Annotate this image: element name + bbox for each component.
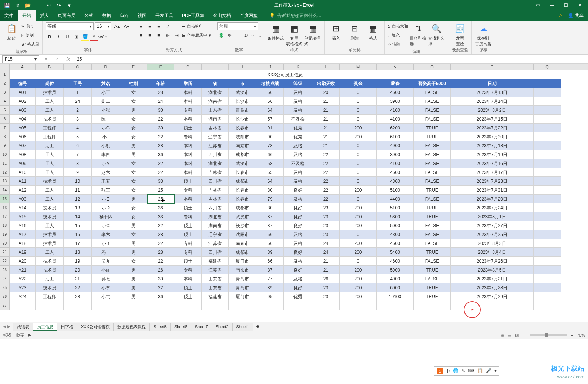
cell[interactable]: 21 — [312, 141, 340, 150]
cell[interactable]: 小李 — [92, 283, 120, 292]
cell[interactable]: 200 — [340, 239, 377, 248]
cell[interactable]: FALSE — [414, 106, 451, 115]
cell[interactable]: 长沙市 — [229, 115, 256, 124]
increase-decimal-icon[interactable]: .0→ — [244, 31, 252, 39]
share-button[interactable]: 👤 共享 — [568, 13, 584, 19]
cell[interactable] — [64, 301, 92, 310]
cell[interactable]: 5400 — [377, 248, 414, 257]
percent-icon[interactable]: % — [226, 31, 234, 39]
cell[interactable]: 男 — [120, 141, 147, 150]
cell[interactable]: 湖北省 — [202, 159, 229, 168]
cell[interactable]: 技术员 — [36, 239, 64, 248]
cell[interactable]: 小明 — [92, 141, 120, 150]
cell[interactable]: 工号 — [64, 79, 92, 88]
cell[interactable]: FALSE — [414, 195, 451, 203]
cell[interactable]: 武汉市 — [229, 88, 256, 97]
row-header[interactable]: 25 — [0, 283, 10, 292]
cell[interactable]: 本科 — [174, 150, 202, 159]
row-header[interactable]: 9 — [0, 141, 10, 150]
cell[interactable]: 4300 — [377, 230, 414, 239]
cell[interactable]: 福建省 — [202, 257, 229, 266]
cell[interactable]: 张三 — [92, 186, 120, 195]
cell[interactable] — [534, 88, 561, 97]
cell[interactable]: 15 — [64, 221, 92, 230]
cell[interactable] — [534, 230, 561, 239]
cell[interactable]: 技术员 — [36, 230, 64, 239]
cell[interactable]: 22 — [147, 221, 174, 230]
cell[interactable]: 6 — [64, 141, 92, 150]
cell[interactable]: A18 — [10, 239, 36, 248]
cell[interactable]: 1 — [64, 88, 92, 97]
cell[interactable]: 22 — [147, 239, 174, 248]
cell[interactable]: 2023年7月25日 — [451, 230, 534, 239]
delete-cells-button[interactable]: ⊟删除 — [346, 22, 363, 41]
cell[interactable]: 姓名 — [92, 79, 120, 88]
cell[interactable]: 2023年7月19日 — [451, 150, 534, 159]
sheet-nav-prev-icon[interactable]: ◀ — [3, 324, 6, 329]
cell[interactable]: 19 — [64, 257, 92, 266]
tab-百度网盘[interactable]: 百度网盘 — [235, 10, 262, 21]
cell[interactable]: 22 — [312, 168, 340, 177]
cell[interactable]: 23 — [312, 212, 340, 221]
fill-button[interactable]: ↓填充 — [388, 31, 408, 39]
cell[interactable]: 南京市 — [229, 239, 256, 248]
cell[interactable]: 30 — [147, 106, 174, 115]
cell[interactable]: 工程师 — [36, 132, 64, 141]
cell[interactable]: 江苏省 — [202, 239, 229, 248]
cell[interactable]: 2023年7月29日 — [451, 292, 534, 301]
cell[interactable]: 工人 — [36, 221, 64, 230]
decrease-decimal-icon[interactable]: ←.0 — [253, 31, 261, 39]
cell[interactable]: A10 — [10, 168, 36, 177]
cell[interactable]: 25 — [147, 186, 174, 195]
cell[interactable]: 成都市 — [229, 177, 256, 186]
merge-center-button[interactable]: ⊟合并后居中▾ — [182, 31, 211, 39]
cell[interactable]: FALSE — [414, 168, 451, 177]
cell[interactable]: 200 — [340, 212, 377, 221]
view-page-layout-icon[interactable]: ▤ — [508, 333, 511, 337]
cell[interactable]: 本科 — [174, 141, 202, 150]
cell[interactable]: 16 — [64, 230, 92, 239]
cell[interactable]: 良好 — [284, 248, 312, 257]
cell[interactable]: 24 — [312, 248, 340, 257]
cell[interactable]: 助工 — [36, 274, 64, 283]
cell[interactable]: 李六 — [92, 230, 120, 239]
cell[interactable]: 吉林省 — [202, 195, 229, 203]
cell[interactable]: 25 — [147, 195, 174, 203]
col-header[interactable]: J — [256, 64, 284, 70]
cell[interactable]: 4 — [64, 124, 92, 132]
cell[interactable]: 编号 — [10, 79, 36, 88]
cell[interactable]: 3900 — [377, 97, 414, 106]
cell[interactable]: 工人 — [36, 106, 64, 115]
cell[interactable]: 4900 — [377, 141, 414, 150]
cell[interactable]: 硕士 — [174, 124, 202, 132]
col-header[interactable]: P — [451, 64, 534, 70]
cell[interactable]: A16 — [10, 221, 36, 230]
sheet-tab[interactable]: XXX公司销售额 — [77, 323, 114, 331]
cell[interactable]: 23 — [312, 221, 340, 230]
cell[interactable]: 优秀 — [284, 124, 312, 132]
cell[interactable]: 不及格 — [284, 159, 312, 168]
cell[interactable] — [534, 248, 561, 257]
cell[interactable]: 87 — [256, 212, 284, 221]
cell[interactable] — [202, 301, 229, 310]
font-name-select[interactable]: 等线▾ — [46, 22, 94, 30]
cell[interactable]: 出勤天数 — [312, 79, 340, 88]
row-header[interactable]: 11 — [0, 159, 10, 168]
tab-file[interactable]: 文件 — [0, 10, 18, 21]
save-baidu-button[interactable]: ☁保存到 百度网盘 — [475, 22, 492, 47]
cell[interactable]: 2023年7月27日 — [451, 221, 534, 230]
cell[interactable]: 36 — [147, 292, 174, 301]
cell[interactable]: 陈一 — [92, 115, 120, 124]
status-macro-icon[interactable]: ▶ — [28, 333, 31, 337]
sheet-tab[interactable]: 成绩表 — [13, 323, 33, 331]
cell[interactable]: 6200 — [377, 124, 414, 132]
cell[interactable]: 30 — [147, 124, 174, 132]
ribbon-options-icon[interactable]: ▭ — [531, 1, 544, 10]
cell[interactable]: 技术员 — [36, 88, 64, 97]
zoom-out-icon[interactable]: — — [523, 333, 527, 337]
cell[interactable]: A02 — [10, 97, 36, 106]
cell[interactable]: 200 — [340, 132, 377, 141]
cell[interactable]: 小D — [92, 203, 120, 212]
invoice-check-button[interactable]: 🧾发票 查验 — [451, 22, 468, 47]
cell[interactable]: A03 — [10, 106, 36, 115]
